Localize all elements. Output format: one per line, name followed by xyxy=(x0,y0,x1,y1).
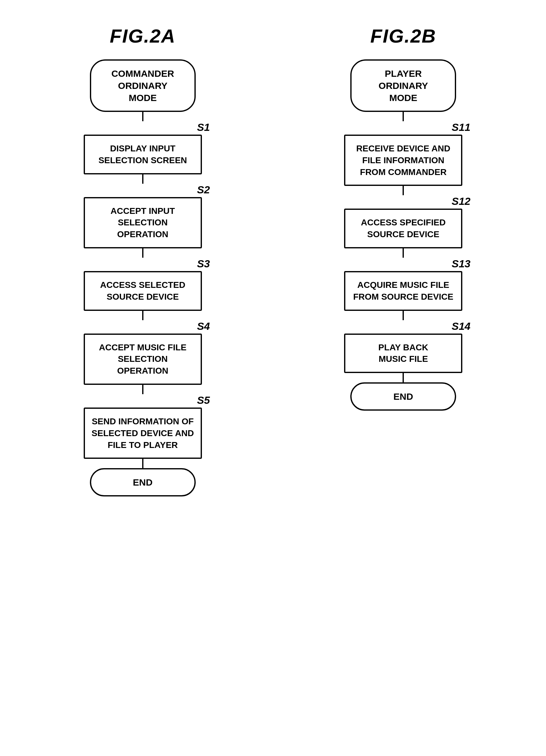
connector xyxy=(403,311,404,320)
s4-label-row: S4 xyxy=(74,320,211,332)
connector xyxy=(403,248,404,258)
fig2b-step-s13: ACQUIRE MUSIC FILEFROM SOURCE DEVICE xyxy=(344,271,462,311)
fig2b-start-node: PLAYERORDINARY MODE xyxy=(350,59,456,112)
s13-label-row: S13 xyxy=(335,258,472,270)
s2-label-row: S2 xyxy=(74,184,211,196)
s11-label-row: S11 xyxy=(335,121,472,133)
s14-label: S14 xyxy=(452,320,471,332)
fig2a-step-s3: ACCESS SELECTEDSOURCE DEVICE xyxy=(84,271,202,311)
s13-label: S13 xyxy=(452,258,471,270)
connector xyxy=(403,186,404,195)
connector xyxy=(142,174,143,184)
fig2a-start-node: COMMANDERORDINARY MODE xyxy=(90,59,196,112)
fig2b-column: FIG.2B PLAYERORDINARY MODE S11 RECEIVE D… xyxy=(273,19,534,737)
fig2a-step-s2-wrapper: S2 ACCEPT INPUTSELECTION OPERATION xyxy=(74,184,211,248)
fig2a-step-s4-wrapper: S4 ACCEPT MUSIC FILESELECTION OPERATION xyxy=(74,320,211,385)
fig2a-step-s1-wrapper: S1 DISPLAY INPUTSELECTION SCREEN xyxy=(74,121,211,174)
connector xyxy=(142,311,143,320)
fig2a-step-s5-wrapper: S5 SEND INFORMATION OFSELECTED DEVICE AN… xyxy=(74,394,211,459)
fig2a-step-s1: DISPLAY INPUTSELECTION SCREEN xyxy=(84,135,202,174)
s11-label: S11 xyxy=(452,121,471,133)
s5-label: S5 xyxy=(197,394,210,406)
s2-label: S2 xyxy=(197,184,210,196)
fig2b-step-s12-wrapper: S12 ACCESS SPECIFIEDSOURCE DEVICE xyxy=(335,195,472,248)
fig2b-title: FIG.2B xyxy=(370,25,436,47)
s14-label-row: S14 xyxy=(335,320,472,332)
s1-label: S1 xyxy=(197,121,210,133)
fig2a-step-s5: SEND INFORMATION OFSELECTED DEVICE ANDFI… xyxy=(84,408,202,459)
fig2a-step-s4: ACCEPT MUSIC FILESELECTION OPERATION xyxy=(84,334,202,385)
connector xyxy=(142,248,143,258)
s1-label-row: S1 xyxy=(74,121,211,133)
fig2b-end-node: END xyxy=(350,382,456,411)
fig2a-end-node: END xyxy=(90,468,196,496)
s4-label: S4 xyxy=(197,320,210,332)
fig2b-step-s11: RECEIVE DEVICE ANDFILE INFORMATIONFROM C… xyxy=(344,135,462,186)
fig2a-title: FIG.2A xyxy=(110,25,176,47)
connector xyxy=(403,112,404,121)
fig2b-step-s14: PLAY BACKMUSIC FILE xyxy=(344,334,462,373)
fig2a-column: FIG.2A COMMANDERORDINARY MODE S1 DISPLAY… xyxy=(12,19,273,737)
fig2b-step-s11-wrapper: S11 RECEIVE DEVICE ANDFILE INFORMATIONFR… xyxy=(335,121,472,186)
fig2a-step-s2: ACCEPT INPUTSELECTION OPERATION xyxy=(84,197,202,248)
fig2b-step-s13-wrapper: S13 ACQUIRE MUSIC FILEFROM SOURCE DEVICE xyxy=(335,258,472,311)
s3-label: S3 xyxy=(197,258,210,270)
connector xyxy=(142,385,143,394)
fig2b-step-s14-wrapper: S14 PLAY BACKMUSIC FILE xyxy=(335,320,472,373)
connector xyxy=(142,459,143,468)
s5-label-row: S5 xyxy=(74,394,211,406)
connector xyxy=(403,373,404,382)
s12-label: S12 xyxy=(452,195,471,207)
s12-label-row: S12 xyxy=(335,195,472,207)
fig2a-step-s3-wrapper: S3 ACCESS SELECTEDSOURCE DEVICE xyxy=(74,258,211,311)
s3-label-row: S3 xyxy=(74,258,211,270)
connector xyxy=(142,112,143,121)
fig2b-step-s12: ACCESS SPECIFIEDSOURCE DEVICE xyxy=(344,209,462,248)
